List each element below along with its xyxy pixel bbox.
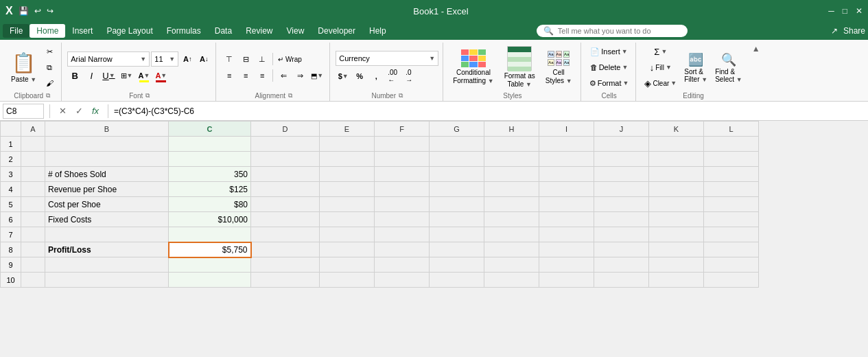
cell-G8[interactable] [430,242,484,257]
cell-L10[interactable] [704,273,759,288]
formula-confirm-btn[interactable]: ✓ [72,106,86,116]
col-header-L[interactable]: L [704,122,759,137]
delete-cells-btn[interactable]: 🗑Delete▼ [587,60,632,75]
cell-F4[interactable] [375,182,430,197]
align-center-btn[interactable]: ≡ [238,68,253,83]
cell-K6[interactable] [649,212,704,227]
sort-filter-btn[interactable]: 🔤 Sort &Filter ▼ [681,51,710,84]
cell-F2[interactable] [375,152,430,167]
col-header-F[interactable]: F [375,122,430,137]
cell-L3[interactable] [704,167,759,182]
cell-L4[interactable] [704,182,759,197]
cell-G6[interactable] [430,212,484,227]
cell-G2[interactable] [430,152,484,167]
cell-E5[interactable] [320,197,375,212]
cell-B2[interactable] [45,152,169,167]
cell-K5[interactable] [649,197,704,212]
ribbon-collapse-btn[interactable]: ▲ [751,43,762,101]
font-expand[interactable]: ⧉ [145,92,150,100]
align-right-btn[interactable]: ≡ [255,68,270,83]
cell-A9[interactable] [21,257,45,273]
italic-button[interactable]: I [84,68,99,83]
close-btn[interactable]: ✕ [856,6,863,16]
grid-scroll[interactable]: A B C D E F G H I J K L 123# of Shoes So… [0,121,868,357]
cell-A4[interactable] [21,182,45,197]
cell-D9[interactable] [251,257,320,273]
number-expand[interactable]: ⧉ [399,92,403,100]
cell-A2[interactable] [21,152,45,167]
cell-H6[interactable] [484,212,539,227]
cell-B6[interactable]: Fixed Costs [45,212,169,227]
alignment-expand[interactable]: ⧉ [288,92,292,100]
cell-C10[interactable] [169,273,251,288]
menu-page-layout[interactable]: Page Layout [99,24,159,38]
search-input[interactable] [558,27,668,35]
cell-I6[interactable] [539,212,594,227]
wrap-text-btn[interactable]: ↵ Wrap [276,51,304,67]
cell-D3[interactable] [251,167,320,182]
cell-D6[interactable] [251,212,320,227]
cell-I2[interactable] [539,152,594,167]
cell-E4[interactable] [320,182,375,197]
cell-E7[interactable] [320,227,375,242]
maximize-btn[interactable]: □ [843,6,847,16]
cell-G9[interactable] [430,257,484,273]
cell-B1[interactable] [45,137,169,152]
cell-A10[interactable] [21,273,45,288]
cell-D8[interactable] [251,242,320,257]
font-size-dropdown[interactable]: 11 ▼ [151,51,178,67]
insert-function-btn[interactable]: fx [89,106,102,116]
cell-K7[interactable] [649,227,704,242]
cell-D5[interactable] [251,197,320,212]
cell-H10[interactable] [484,273,539,288]
menu-review[interactable]: Review [239,24,279,38]
menu-file[interactable]: File [3,24,30,38]
quick-access-redo[interactable]: ↪ [47,6,54,16]
cell-C4[interactable]: $125 [169,182,251,197]
cell-A7[interactable] [21,227,45,242]
cell-B9[interactable] [45,257,169,273]
border-button[interactable]: ⊞▼ [119,68,135,83]
number-format-dropdown[interactable]: Currency ▼ [336,51,438,66]
cell-G7[interactable] [430,227,484,242]
cell-K2[interactable] [649,152,704,167]
menu-help[interactable]: Help [362,24,393,38]
cell-H1[interactable] [484,137,539,152]
menu-formulas[interactable]: Formulas [160,24,208,38]
cell-D7[interactable] [251,227,320,242]
cell-I9[interactable] [539,257,594,273]
col-header-H[interactable]: H [484,122,539,137]
col-header-J[interactable]: J [594,122,649,137]
cell-H4[interactable] [484,182,539,197]
cell-G4[interactable] [430,182,484,197]
cell-L1[interactable] [704,137,759,152]
cell-K8[interactable] [649,242,704,257]
paste-button[interactable]: 📋 Paste ▼ [7,48,40,87]
cell-B3[interactable]: # of Shoes Sold [45,167,169,182]
cell-B4[interactable]: Revenue per Shoe [45,182,169,197]
cell-H7[interactable] [484,227,539,242]
cell-I3[interactable] [539,167,594,182]
cell-H2[interactable] [484,152,539,167]
formula-input[interactable] [114,106,865,116]
cell-H9[interactable] [484,257,539,273]
cell-J10[interactable] [594,273,649,288]
cell-L8[interactable] [704,242,759,257]
cell-C1[interactable] [169,137,251,152]
cell-I4[interactable] [539,182,594,197]
format-cells-btn[interactable]: ⚙Format▼ [587,76,632,91]
quick-access-undo[interactable]: ↩ [34,6,41,16]
menu-data[interactable]: Data [208,24,239,38]
cell-L7[interactable] [704,227,759,242]
decrease-decimal-btn[interactable]: .0→ [401,69,417,84]
cell-C2[interactable] [169,152,251,167]
increase-decimal-btn[interactable]: .00← [385,69,400,84]
align-bottom-btn[interactable]: ⊥ [255,51,270,67]
cell-J2[interactable] [594,152,649,167]
menu-insert[interactable]: Insert [65,24,99,38]
col-header-I[interactable]: I [539,122,594,137]
cell-G5[interactable] [430,197,484,212]
decrease-font-size-btn[interactable]: A↓ [196,51,211,67]
menu-developer[interactable]: Developer [311,24,362,38]
clipboard-expand[interactable]: ⧉ [46,92,50,100]
